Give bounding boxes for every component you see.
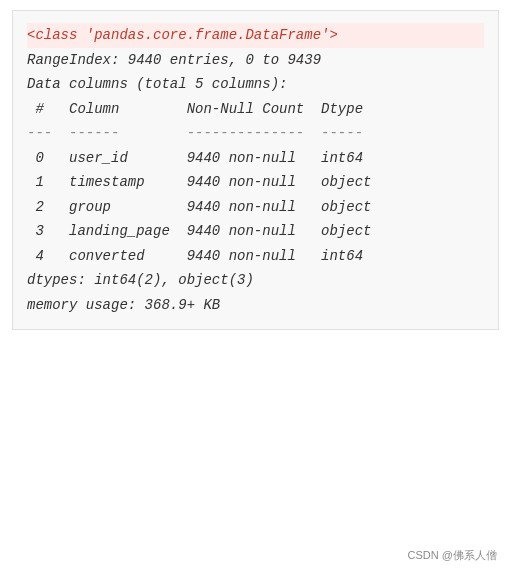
line-row-4: 4 converted 9440 non-null int64 [27, 244, 484, 269]
line-row-1: 1 timestamp 9440 non-null object [27, 170, 484, 195]
line-dtypes: dtypes: int64(2), object(3) [27, 268, 484, 293]
line-sep: --- ------ -------------- ----- [27, 121, 484, 146]
footer-attribution: CSDN @佛系人僧 [408, 548, 497, 563]
line-data-cols: Data columns (total 5 columns): [27, 72, 484, 97]
line-class: <class 'pandas.core.frame.DataFrame'> [27, 23, 484, 48]
line-header: # Column Non-Null Count Dtype [27, 97, 484, 122]
line-range: RangeIndex: 9440 entries, 0 to 9439 [27, 48, 484, 73]
line-memory: memory usage: 368.9+ KB [27, 293, 484, 318]
line-row-2: 2 group 9440 non-null object [27, 195, 484, 220]
line-row-0: 0 user_id 9440 non-null int64 [27, 146, 484, 171]
code-output-block: <class 'pandas.core.frame.DataFrame'> Ra… [12, 10, 499, 330]
line-row-3: 3 landing_page 9440 non-null object [27, 219, 484, 244]
